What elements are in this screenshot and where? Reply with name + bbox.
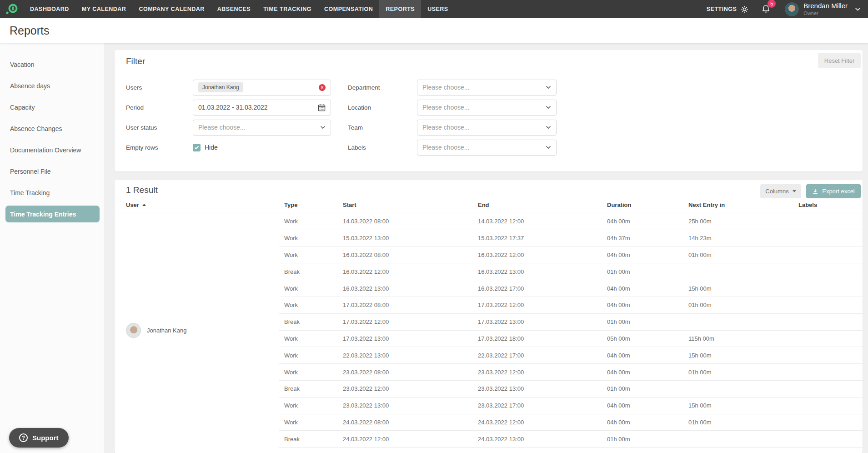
- cell-type: Work: [279, 235, 343, 242]
- app-logo-icon[interactable]: [0, 0, 24, 18]
- column-header-labels[interactable]: Labels: [798, 201, 863, 208]
- cell-type: Work: [279, 218, 343, 225]
- table-row[interactable]: Work 14.03.2022 08:00 14.03.2022 12:00 0…: [279, 213, 863, 230]
- hide-checkbox[interactable]: [193, 144, 201, 151]
- table-row[interactable]: Break 17.03.2022 12:00 17.03.2022 13:00 …: [279, 314, 863, 331]
- empty-rows-label: Empty rows: [126, 144, 193, 151]
- department-select[interactable]: Please choose...: [417, 80, 557, 96]
- table-row[interactable]: Work 17.03.2022 13:00 17.03.2022 18:00 0…: [279, 331, 863, 347]
- sort-ascending-icon: [142, 204, 146, 206]
- cell-duration: 04h 00m: [607, 369, 688, 376]
- export-excel-button[interactable]: Export excel: [806, 184, 861, 198]
- nav-item-time-tracking[interactable]: TIME TRACKING: [257, 0, 318, 18]
- user-chip[interactable]: Jonathan Kang: [198, 82, 243, 92]
- table-row[interactable]: Work 24.03.2022 08:00 24.03.2022 12:00 0…: [279, 414, 863, 431]
- table-row[interactable]: Break 16.03.2022 12:00 16.03.2022 13:00 …: [279, 263, 863, 280]
- result-count: 1 Result: [126, 185, 158, 195]
- cell-end: 16.03.2022 13:00: [478, 268, 607, 275]
- cell-end: 17.03.2022 12:00: [478, 302, 607, 308]
- profile-name: Brendan Miller: [803, 2, 848, 10]
- users-input[interactable]: Jonathan Kang ×: [193, 80, 331, 96]
- profile-text: Brendan Miller Owner: [803, 2, 848, 16]
- sidebar-item-time-tracking[interactable]: Time Tracking: [0, 182, 104, 203]
- sidebar-item-documentation-overview[interactable]: Documentation Overview: [0, 139, 104, 161]
- hide-checkbox-label: Hide: [205, 144, 218, 151]
- page-header: Reports: [0, 18, 868, 43]
- sidebar-item-capacity[interactable]: Capacity: [0, 96, 104, 118]
- period-input[interactable]: 01.03.2022 - 31.03.2022: [193, 100, 331, 116]
- sidebar-item-absence-days[interactable]: Absence days: [0, 75, 104, 96]
- user-cell[interactable]: Jonathan Kang: [115, 213, 279, 448]
- settings-button[interactable]: SETTINGS: [707, 5, 749, 13]
- cell-duration: 04h 00m: [607, 252, 688, 258]
- cell-type: Break: [279, 268, 343, 275]
- cell-start: 22.03.2022 13:00: [343, 352, 478, 359]
- question-mark-icon: ?: [19, 433, 28, 442]
- column-header-next-entry[interactable]: Next Entry in: [688, 201, 798, 208]
- table-row[interactable]: Work 23.03.2022 13:00 23.03.2022 17:00 0…: [279, 398, 863, 414]
- cell-duration: 01h 00m: [607, 268, 688, 275]
- column-header-user[interactable]: User: [115, 201, 279, 208]
- table-row[interactable]: Break 23.03.2022 12:00 23.03.2022 13:00 …: [279, 381, 863, 398]
- nav-item-absences[interactable]: ABSENCES: [211, 0, 257, 18]
- reset-filter-button[interactable]: Reset Filter: [818, 53, 861, 68]
- time-tracking-table: User Type Start End Duration Next Entry …: [115, 197, 863, 448]
- labels-select[interactable]: Please choose...: [417, 140, 557, 156]
- support-button[interactable]: ? Support: [9, 428, 69, 448]
- team-select[interactable]: Please choose...: [417, 120, 557, 136]
- download-icon: [812, 188, 818, 195]
- nav-item-compensation[interactable]: COMPENSATION: [318, 0, 379, 18]
- nav-item-dashboard[interactable]: DASHBOARD: [24, 0, 75, 18]
- cell-type: Break: [279, 436, 343, 443]
- cell-end: 24.03.2022 13:00: [478, 436, 607, 443]
- employee-avatar: [126, 323, 141, 338]
- cell-start: 23.03.2022 08:00: [343, 369, 478, 376]
- user-status-select[interactable]: Please choose...: [193, 120, 331, 136]
- column-header-duration[interactable]: Duration: [607, 201, 688, 208]
- cell-start: 16.03.2022 08:00: [343, 252, 478, 258]
- columns-button[interactable]: Columns: [760, 184, 801, 198]
- calendar-icon[interactable]: [318, 104, 326, 111]
- cell-end: 15.03.2022 17:37: [478, 235, 607, 242]
- table-row[interactable]: Break 24.03.2022 12:00 24.03.2022 13:00 …: [279, 431, 863, 448]
- sidebar-item-absence-changes[interactable]: Absence Changes: [0, 118, 104, 139]
- table-row[interactable]: Work 22.03.2022 13:00 22.03.2022 17:00 0…: [279, 347, 863, 364]
- cell-type: Work: [279, 419, 343, 426]
- column-header-type[interactable]: Type: [279, 201, 343, 208]
- cell-end: 23.03.2022 17:00: [478, 402, 607, 409]
- table-row[interactable]: Work 16.03.2022 13:00 16.03.2022 17:00 0…: [279, 280, 863, 297]
- cell-end: 16.03.2022 17:00: [478, 285, 607, 292]
- caret-down-icon: [793, 190, 796, 192]
- nav-item-my-calendar[interactable]: MY CALENDAR: [75, 0, 133, 18]
- cell-type: Work: [279, 335, 343, 342]
- profile-menu[interactable]: Brendan Miller Owner: [785, 2, 861, 16]
- sidebar-item-time-tracking-entries[interactable]: Time Tracking Entries: [5, 206, 100, 222]
- table-row[interactable]: Work 15.03.2022 13:00 15.03.2022 17:37 0…: [279, 230, 863, 247]
- column-header-start[interactable]: Start: [343, 201, 478, 208]
- sidebar-item-vacation[interactable]: Vacation: [0, 54, 104, 75]
- results-actions: Columns Export excel: [760, 184, 861, 198]
- department-label: Department: [348, 84, 417, 91]
- table-row[interactable]: Work 16.03.2022 08:00 16.03.2022 12:00 0…: [279, 247, 863, 264]
- cell-end: 14.03.2022 12:00: [478, 218, 607, 225]
- cell-next-entry-in: 01h 00m: [688, 302, 798, 308]
- cell-type: Work: [279, 285, 343, 292]
- cell-duration: 01h 00m: [607, 385, 688, 392]
- sidebar-item-personnel-file[interactable]: Personnel File: [0, 161, 104, 182]
- nav-item-company-calendar[interactable]: COMPANY CALENDAR: [132, 0, 211, 18]
- nav-item-users[interactable]: USERS: [421, 0, 455, 18]
- chevron-down-icon: [546, 106, 551, 109]
- nav-item-reports[interactable]: REPORTS: [379, 0, 421, 18]
- column-header-end[interactable]: End: [478, 201, 607, 208]
- table-row[interactable]: Work 17.03.2022 08:00 17.03.2022 12:00 0…: [279, 297, 863, 314]
- location-select[interactable]: Please choose...: [417, 100, 557, 116]
- cell-duration: 04h 00m: [607, 419, 688, 426]
- clear-users-icon[interactable]: ×: [319, 84, 326, 91]
- table-row[interactable]: Work 23.03.2022 08:00 23.03.2022 12:00 0…: [279, 364, 863, 381]
- cell-start: 16.03.2022 13:00: [343, 285, 478, 292]
- notifications-button[interactable]: 5: [761, 4, 771, 15]
- cell-type: Work: [279, 369, 343, 376]
- users-label: Users: [126, 84, 193, 91]
- table-header-row: User Type Start End Duration Next Entry …: [115, 197, 863, 213]
- cell-next-entry-in: 15h 00m: [688, 285, 798, 292]
